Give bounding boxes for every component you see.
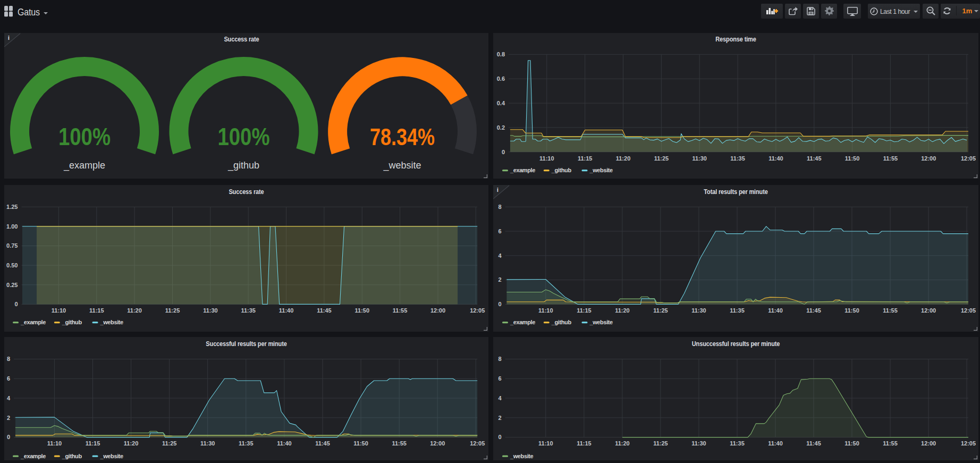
- svg-text:11:15: 11:15: [578, 155, 593, 162]
- svg-text:11:10: 11:10: [539, 155, 554, 162]
- svg-text:78.34%: 78.34%: [370, 123, 435, 150]
- svg-text:11:25: 11:25: [653, 307, 668, 314]
- svg-text:12:00: 12:00: [430, 440, 445, 447]
- svg-text:0: 0: [14, 301, 18, 307]
- svg-text:0.75: 0.75: [6, 242, 18, 249]
- svg-text:6: 6: [498, 228, 501, 234]
- svg-text:11:10: 11:10: [538, 440, 553, 447]
- svg-text:11:35: 11:35: [730, 307, 745, 314]
- svg-text:i: i: [497, 187, 499, 193]
- svg-text:0: 0: [498, 301, 501, 307]
- svg-text:0.4: 0.4: [497, 100, 505, 106]
- svg-text:_example: _example: [510, 167, 535, 173]
- svg-text:6: 6: [498, 375, 501, 382]
- svg-text:_github: _github: [62, 453, 82, 459]
- svg-text:100%: 100%: [58, 123, 111, 150]
- svg-text:11:35: 11:35: [730, 155, 745, 162]
- svg-text:11:25: 11:25: [654, 155, 669, 162]
- svg-text:_website: _website: [100, 453, 124, 459]
- svg-text:_website: _website: [383, 160, 421, 171]
- svg-text:0.2: 0.2: [497, 124, 505, 131]
- svg-text:0.6: 0.6: [497, 75, 505, 82]
- svg-text:11:50: 11:50: [844, 307, 859, 314]
- svg-text:11:15: 11:15: [577, 307, 592, 314]
- svg-text:11:25: 11:25: [653, 440, 668, 447]
- svg-text:11:55: 11:55: [393, 307, 408, 314]
- svg-text:11:45: 11:45: [317, 307, 332, 314]
- svg-text:0.50: 0.50: [6, 262, 18, 268]
- svg-text:12:00: 12:00: [921, 440, 936, 447]
- svg-text:12:05: 12:05: [961, 307, 976, 314]
- svg-text:11:10: 11:10: [538, 307, 553, 314]
- svg-text:11:40: 11:40: [768, 440, 783, 447]
- svg-text:0: 0: [498, 434, 501, 440]
- svg-text:2: 2: [7, 415, 10, 421]
- svg-text:1.25: 1.25: [6, 204, 18, 210]
- svg-text:11:50: 11:50: [845, 155, 860, 162]
- svg-text:0: 0: [7, 434, 10, 440]
- svg-text:11:55: 11:55: [883, 155, 898, 162]
- svg-text:11:30: 11:30: [691, 440, 706, 447]
- svg-text:_website: _website: [589, 319, 613, 325]
- svg-text:11:45: 11:45: [806, 307, 821, 314]
- svg-text:11:35: 11:35: [730, 440, 745, 447]
- svg-text:11:50: 11:50: [844, 440, 859, 447]
- svg-text:11:40: 11:40: [279, 307, 294, 314]
- svg-text:11:25: 11:25: [162, 440, 177, 447]
- svg-text:12:05: 12:05: [961, 440, 976, 447]
- svg-text:11:45: 11:45: [315, 440, 330, 447]
- svg-text:11:20: 11:20: [127, 307, 142, 314]
- svg-text:11:30: 11:30: [203, 307, 218, 314]
- svg-text:2: 2: [498, 415, 501, 421]
- svg-text:11:35: 11:35: [241, 307, 256, 314]
- svg-text:0: 0: [502, 149, 505, 155]
- svg-text:100%: 100%: [217, 123, 269, 150]
- svg-text:8: 8: [7, 356, 10, 362]
- svg-text:2: 2: [498, 276, 501, 283]
- svg-text:_github: _github: [227, 160, 259, 171]
- svg-text:0.8: 0.8: [497, 51, 505, 57]
- svg-text:11:25: 11:25: [165, 307, 180, 314]
- svg-text:11:35: 11:35: [239, 440, 254, 447]
- svg-text:11:30: 11:30: [692, 155, 707, 162]
- svg-text:11:20: 11:20: [615, 440, 630, 447]
- svg-text:_example: _example: [63, 160, 105, 171]
- svg-text:11:20: 11:20: [616, 155, 631, 162]
- svg-text:11:15: 11:15: [577, 440, 592, 447]
- svg-text:_github: _github: [551, 319, 572, 325]
- svg-text:11:15: 11:15: [86, 440, 100, 447]
- svg-text:11:45: 11:45: [807, 155, 822, 162]
- svg-text:11:20: 11:20: [124, 440, 139, 447]
- svg-text:11:15: 11:15: [89, 307, 104, 314]
- svg-text:11:55: 11:55: [883, 307, 898, 314]
- svg-text:11:50: 11:50: [353, 440, 368, 447]
- svg-text:11:10: 11:10: [47, 440, 62, 447]
- svg-text:11:40: 11:40: [768, 307, 783, 314]
- svg-text:11:40: 11:40: [768, 155, 783, 162]
- svg-text:4: 4: [498, 252, 502, 259]
- svg-text:_example: _example: [20, 453, 46, 459]
- svg-text:4: 4: [7, 395, 11, 401]
- svg-text:_example: _example: [20, 319, 46, 325]
- svg-text:11:45: 11:45: [806, 440, 821, 447]
- svg-text:11:40: 11:40: [277, 440, 292, 447]
- svg-text:8: 8: [498, 204, 501, 210]
- svg-text:11:50: 11:50: [355, 307, 370, 314]
- svg-text:_github: _github: [551, 167, 572, 173]
- svg-text:_website: _website: [510, 453, 534, 459]
- svg-text:i: i: [8, 35, 10, 41]
- svg-text:11:55: 11:55: [883, 440, 898, 447]
- svg-text:11:10: 11:10: [52, 307, 66, 314]
- svg-text:11:30: 11:30: [200, 440, 215, 447]
- svg-text:_website: _website: [100, 319, 124, 325]
- svg-text:_github: _github: [62, 319, 82, 325]
- svg-text:0.25: 0.25: [6, 282, 18, 288]
- svg-text:11:30: 11:30: [691, 307, 706, 314]
- svg-text:_example: _example: [510, 319, 535, 325]
- svg-text:12:05: 12:05: [470, 307, 485, 314]
- svg-text:12:00: 12:00: [430, 307, 445, 314]
- svg-text:11:55: 11:55: [392, 440, 407, 447]
- svg-text:12:05: 12:05: [961, 155, 976, 162]
- svg-text:1.00: 1.00: [6, 223, 18, 230]
- svg-text:11:20: 11:20: [615, 307, 630, 314]
